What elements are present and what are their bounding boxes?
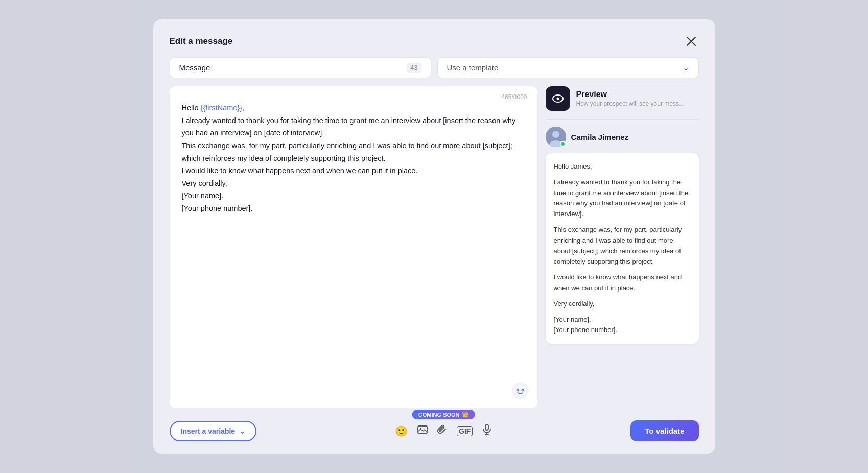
svg-point-11 xyxy=(552,131,559,138)
svg-point-3 xyxy=(514,385,526,397)
mic-icon xyxy=(482,424,492,438)
message-char-count: 43 xyxy=(407,63,421,73)
svg-point-9 xyxy=(556,98,559,100)
toolbar-icons: COMING SOON 👑 🙂 xyxy=(392,421,495,441)
attachment-icon xyxy=(437,424,448,437)
svg-rect-15 xyxy=(485,424,488,430)
editor-section[interactable]: 465/8000 Hello {{firstName}}, I already … xyxy=(170,86,537,408)
svg-point-7 xyxy=(522,390,523,391)
editor-line3: This exchange was, for my part, particul… xyxy=(182,139,525,164)
coming-soon-badge: COMING SOON 👑 xyxy=(412,410,475,419)
chevron-down-icon: ⌄ xyxy=(683,63,689,73)
avatar-wrap xyxy=(546,127,566,147)
insert-variable-label: Insert a variable xyxy=(181,427,236,435)
crown-icon: 👑 xyxy=(462,411,469,418)
contact-name: Camila Jimenez xyxy=(571,133,629,141)
editor-variable: {{firstName}}, xyxy=(201,104,244,112)
preview-title: Preview xyxy=(576,90,684,99)
editor-line5: Very cordially, xyxy=(182,177,525,190)
svg-rect-13 xyxy=(418,426,427,433)
close-button[interactable] xyxy=(684,34,699,49)
gif-icon: GIF xyxy=(457,426,473,436)
validate-button[interactable]: To validate xyxy=(630,420,698,441)
footer-row: Insert a variable ⌄ COMING SOON 👑 🙂 xyxy=(170,416,699,441)
insert-variable-button[interactable]: Insert a variable ⌄ xyxy=(170,421,257,441)
preview-bubble-line4: I would like to know what happens next a… xyxy=(554,272,691,294)
preview-contact: Camila Jimenez xyxy=(546,127,699,147)
image-icon xyxy=(417,424,428,438)
preview-subtitle: How your prospect will see your mess... xyxy=(576,100,684,107)
emoji-button[interactable]: 🙂 xyxy=(392,422,411,440)
preview-bubble: Hello James, I already wanted to thank y… xyxy=(546,153,699,344)
insert-variable-chevron-icon: ⌄ xyxy=(239,427,245,435)
preview-text: Preview How your prospect will see your … xyxy=(576,90,684,107)
coming-soon-label: COMING SOON xyxy=(418,412,460,418)
preview-icon-wrap xyxy=(546,86,570,111)
editor-line7: [Your phone number]. xyxy=(182,204,253,212)
editor-content: Hello {{firstName}}, I already wanted to… xyxy=(182,102,525,215)
preview-bubble-line2: I already wanted to thank you for taking… xyxy=(554,177,691,220)
edit-message-modal: Edit a message Message 43 Use a template… xyxy=(153,19,715,454)
editor-line6: [Your name]. xyxy=(182,192,224,200)
preview-bubble-line3: This exchange was, for my part, particul… xyxy=(554,225,691,267)
toolbar-row: Message 43 Use a template ⌄ xyxy=(170,57,699,78)
preview-bubble-line6: [Your name].[Your phone number]. xyxy=(554,315,691,336)
mic-button[interactable] xyxy=(479,421,495,441)
preview-header: Preview How your prospect will see your … xyxy=(546,86,699,120)
message-tab[interactable]: Message 43 xyxy=(170,57,431,78)
preview-section: Preview How your prospect will see your … xyxy=(546,86,699,408)
template-placeholder: Use a template xyxy=(447,63,499,72)
online-status-dot xyxy=(560,141,566,147)
char-count: 465/8000 xyxy=(501,93,527,101)
modal-header: Edit a message xyxy=(170,34,699,49)
template-dropdown[interactable]: Use a template ⌄ xyxy=(437,57,699,78)
editor-line4: I would like to know what happens next a… xyxy=(182,164,525,177)
preview-bubble-line1: Hello James, xyxy=(554,161,691,172)
svg-point-6 xyxy=(517,390,518,391)
gif-button[interactable]: GIF xyxy=(454,423,476,439)
emoji-icon: 🙂 xyxy=(395,425,408,437)
modal-title: Edit a message xyxy=(170,36,233,46)
image-button[interactable] xyxy=(414,421,431,441)
editor-line2: I already wanted to thank you for taking… xyxy=(182,114,525,139)
ai-assistant-icon[interactable] xyxy=(512,383,528,399)
editor-hello: Hello xyxy=(182,104,201,112)
preview-bubble-line5: Very cordially, xyxy=(554,299,691,310)
message-tab-label: Message xyxy=(179,63,210,72)
modal-overlay: Edit a message Message 43 Use a template… xyxy=(0,0,868,473)
content-area: 465/8000 Hello {{firstName}}, I already … xyxy=(170,86,699,408)
attachment-button[interactable] xyxy=(434,421,451,440)
